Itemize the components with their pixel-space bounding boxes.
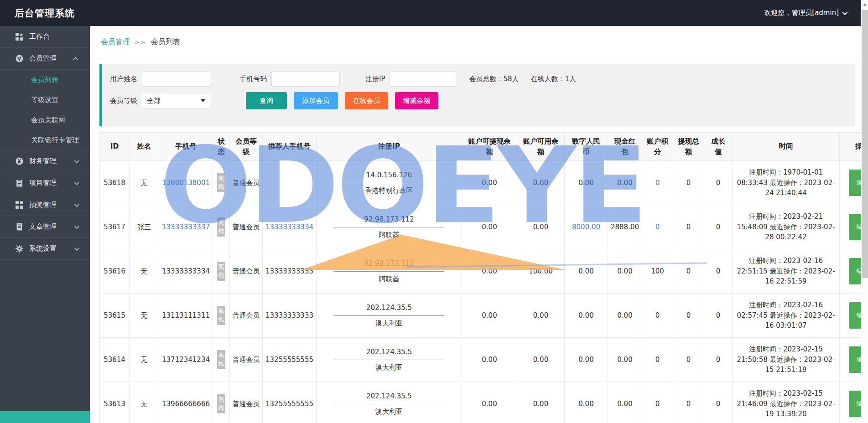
member-level-select[interactable]: 全部 bbox=[142, 93, 210, 108]
column-header: ID bbox=[100, 133, 130, 161]
available-balance: 0.00 bbox=[517, 205, 565, 249]
sidebar-item-bank-cards[interactable]: 关联银行卡管理 bbox=[0, 130, 90, 150]
member-status-cell: 离线 bbox=[213, 294, 230, 338]
column-header: 提现总额 bbox=[673, 133, 704, 161]
scrollbar-thumb[interactable] bbox=[862, 10, 868, 278]
member-phone: 13333333334 bbox=[159, 249, 213, 294]
member-status-cell: 离线 bbox=[213, 338, 230, 382]
column-header: 账户可提现余额 bbox=[462, 133, 517, 161]
sidebar-item-members[interactable]: 会员管理 bbox=[0, 48, 90, 70]
sidebar-item-system[interactable]: 系统设置 bbox=[0, 238, 90, 260]
username-input[interactable] bbox=[142, 71, 210, 87]
adjust-balance-button[interactable]: 增减余额 bbox=[395, 92, 438, 109]
time-cell: 注册时间：2023-02-16 02:57:45 最近操作：2023-02-16… bbox=[733, 294, 840, 338]
account-points: 0 bbox=[642, 338, 673, 382]
sidebar-item-label: 会员管理 bbox=[29, 54, 57, 63]
query-button[interactable]: 查询 bbox=[246, 92, 287, 109]
available-balance: 0.00 bbox=[517, 161, 565, 205]
ip-address: 202.124.35.5 bbox=[334, 347, 444, 360]
status-badge: 离线 bbox=[217, 394, 225, 413]
filter-row-2: 会员等级 全部 查询 添加会员 在线会员 增减余额 bbox=[110, 92, 855, 109]
cash-red-packet: 0.00 bbox=[608, 249, 642, 294]
withdraw-total: 0 bbox=[673, 205, 704, 249]
time-cell: 注册时间：2023-02-21 15:48:09 最近操作：2023-02-28… bbox=[733, 205, 840, 249]
member-level: 普通会员 bbox=[230, 382, 263, 423]
table-row: 53616无13333333334离线普通会员1333333333592.98.… bbox=[100, 249, 868, 294]
withdrawable-balance: 0.00 bbox=[462, 338, 517, 382]
member-phone[interactable]: 13800138001 bbox=[159, 161, 213, 205]
member-status-cell: 离线 bbox=[213, 205, 230, 249]
growth-value: 0 bbox=[704, 161, 733, 205]
register-ip-cell: 14.0.156.126香港特别行政区 bbox=[317, 161, 462, 205]
table-row: 53613无13966666666离线普通会员13255555555202.12… bbox=[100, 382, 868, 423]
ip-region: 阿联酋 bbox=[318, 274, 460, 284]
sidebar-item-member-list[interactable]: 会员列表 bbox=[0, 70, 90, 90]
sidebar-item-member-network[interactable]: 会员关联网 bbox=[0, 110, 90, 130]
sidebar: 工作台 会员管理 会员列表 等级设置 会员关联网 关联银行卡管理 财务管理 项目… bbox=[0, 26, 90, 423]
select-arrow-icon bbox=[201, 99, 205, 102]
register-ip-cell: 92.98.173.112阿联酋 bbox=[317, 205, 462, 249]
withdrawable-balance: 0.00 bbox=[462, 382, 517, 423]
digital-rmb: 0.00 bbox=[565, 382, 608, 423]
chevron-down-icon bbox=[74, 201, 79, 206]
sidebar-item-label: 系统设置 bbox=[29, 244, 57, 253]
ip-address: 92.98.173.112 bbox=[334, 258, 444, 272]
chevron-up-icon bbox=[73, 57, 78, 62]
ip-address: 92.98.173.112 bbox=[334, 214, 444, 227]
available-balance: 0.00 bbox=[517, 338, 565, 382]
cash-red-packet: 0.00 bbox=[608, 294, 642, 338]
sidebar-item-projects[interactable]: 项目管理 bbox=[0, 172, 90, 194]
vertical-scrollbar[interactable]: ▲ bbox=[861, 0, 868, 423]
sidebar-item-level-settings[interactable]: 等级设置 bbox=[0, 90, 90, 110]
ip-address: 14.0.156.126 bbox=[334, 170, 444, 183]
account-points: 0 bbox=[642, 205, 673, 249]
digital-rmb: 0.00 bbox=[565, 161, 608, 205]
ip-region: 香港特别行政区 bbox=[318, 186, 460, 196]
digital-rmb: 8000.00 bbox=[565, 205, 608, 249]
register-ip-cell: 202.124.35.5澳大利亚 bbox=[317, 382, 462, 423]
sidebar-item-lottery[interactable]: 抽奖管理 bbox=[0, 194, 90, 216]
sidebar-item-workbench[interactable]: 工作台 bbox=[0, 26, 90, 48]
member-level: 普通会员 bbox=[230, 205, 263, 249]
column-header: 成长值 bbox=[704, 133, 733, 161]
withdraw-total: 0 bbox=[673, 249, 704, 294]
sidebar-item-finance[interactable]: 财务管理 bbox=[0, 150, 90, 172]
user-menu[interactable]: 欢迎您，管理员[admin] bbox=[764, 9, 846, 17]
member-id: 53615 bbox=[100, 294, 130, 338]
phone-input[interactable] bbox=[271, 71, 340, 87]
scrollbar-up-arrow-icon[interactable]: ▲ bbox=[861, 2, 868, 6]
account-points: 100 bbox=[642, 249, 673, 294]
register-ip-input[interactable] bbox=[390, 71, 456, 87]
referrer-phone: 13255555555 bbox=[263, 382, 317, 423]
top-bar: 后台管理系统 欢迎您，管理员[admin] bbox=[0, 0, 861, 26]
ip-region: 澳大利亚 bbox=[318, 318, 460, 329]
withdraw-total: 0 bbox=[673, 338, 704, 382]
status-badge: 离线 bbox=[217, 306, 225, 325]
ip-address: 202.124.35.5 bbox=[334, 391, 444, 404]
member-phone: 13712341234 bbox=[159, 338, 213, 382]
available-balance: 100.00 bbox=[517, 249, 565, 294]
referrer-phone[interactable]: 13333333334 bbox=[263, 205, 317, 249]
sidebar-bottom-strip bbox=[0, 411, 90, 423]
referrer-phone: 13255555555 bbox=[263, 338, 317, 382]
member-level: 普通会员 bbox=[230, 249, 263, 294]
project-clipboard-icon bbox=[16, 179, 23, 187]
column-header: 时间 bbox=[733, 133, 840, 161]
member-id: 53613 bbox=[100, 382, 130, 423]
sidebar-item-label: 工作台 bbox=[29, 32, 50, 41]
column-header: 会员等级 bbox=[230, 133, 263, 161]
withdrawable-balance: 0.00 bbox=[462, 294, 517, 338]
phone-label: 手机号码 bbox=[239, 75, 267, 83]
status-badge: 离线 bbox=[217, 350, 225, 369]
table-row: 53614无13712341234离线普通会员13255555555202.12… bbox=[100, 338, 868, 382]
member-phone[interactable]: 13333333337 bbox=[159, 205, 213, 249]
breadcrumb-parent-link[interactable]: 会员管理 bbox=[101, 37, 130, 47]
lottery-grid-icon bbox=[16, 201, 23, 209]
member-id: 53616 bbox=[100, 249, 130, 294]
digital-rmb: 0.00 bbox=[565, 338, 608, 382]
withdraw-total: 0 bbox=[673, 161, 704, 205]
cash-red-packet: 0.00 bbox=[608, 338, 642, 382]
add-member-button[interactable]: 添加会员 bbox=[294, 92, 338, 109]
online-members-button[interactable]: 在线会员 bbox=[345, 92, 388, 109]
sidebar-item-articles[interactable]: 文章管理 bbox=[0, 216, 90, 238]
